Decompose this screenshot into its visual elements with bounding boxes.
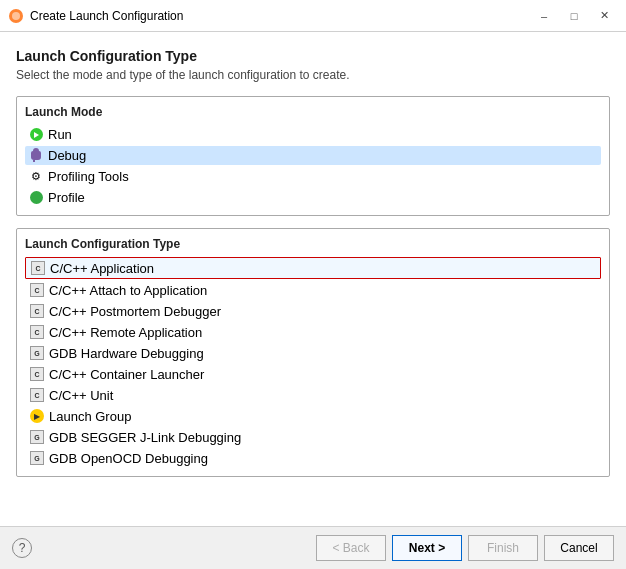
config-cpp-container-label: C/C++ Container Launcher (49, 367, 204, 382)
config-gdb-hardware-label: GDB Hardware Debugging (49, 346, 204, 361)
config-launch-group-label: Launch Group (49, 409, 131, 424)
launch-mode-profile-label: Profile (48, 190, 85, 205)
launch-mode-debug-label: Debug (48, 148, 86, 163)
finish-button[interactable]: Finish (468, 535, 538, 561)
config-cpp-app-label: C/C++ Application (50, 261, 154, 276)
config-gdb-openocd-label: GDB OpenOCD Debugging (49, 451, 208, 466)
config-cpp-attach[interactable]: C C/C++ Attach to Application (25, 280, 601, 300)
launch-mode-run[interactable]: Run (25, 125, 601, 144)
dialog-footer: ? < Back Next > Finish Cancel (0, 526, 626, 569)
launch-mode-section: Launch Mode Run Debug ⚙ Profiling Tools (16, 96, 610, 216)
eclipse-icon (8, 8, 24, 24)
cpp-postmortem-icon: C (29, 303, 45, 319)
config-cpp-app[interactable]: C C/C++ Application (25, 257, 601, 279)
title-bar: Create Launch Configuration – □ ✕ (0, 0, 626, 32)
cpp-container-icon: C (29, 366, 45, 382)
cancel-button[interactable]: Cancel (544, 535, 614, 561)
config-cpp-container[interactable]: C C/C++ Container Launcher (25, 364, 601, 384)
launch-mode-label: Launch Mode (25, 105, 601, 119)
page-subtitle: Select the mode and type of the launch c… (16, 68, 610, 82)
help-button[interactable]: ? (12, 538, 32, 558)
launch-mode-list: Run Debug ⚙ Profiling Tools Profile (25, 125, 601, 207)
gdb-segger-icon: G (29, 429, 45, 445)
config-cpp-remote-label: C/C++ Remote Application (49, 325, 202, 340)
config-gdb-segger-label: GDB SEGGER J-Link Debugging (49, 430, 241, 445)
profile-icon (29, 191, 43, 205)
config-gdb-openocd[interactable]: G GDB OpenOCD Debugging (25, 448, 601, 468)
run-icon (29, 128, 43, 142)
config-launch-group[interactable]: ▶ Launch Group (25, 406, 601, 426)
cpp-app-icon: C (30, 260, 46, 276)
page-title: Launch Configuration Type (16, 48, 610, 64)
launch-mode-profiling-tools[interactable]: ⚙ Profiling Tools (25, 167, 601, 186)
launch-group-icon: ▶ (29, 408, 45, 424)
config-cpp-remote[interactable]: C C/C++ Remote Application (25, 322, 601, 342)
dialog-body: Launch Configuration Type Select the mod… (0, 32, 626, 526)
config-cpp-unit-label: C/C++ Unit (49, 388, 113, 403)
gdb-openocd-icon: G (29, 450, 45, 466)
close-button[interactable]: ✕ (590, 5, 618, 27)
cpp-attach-icon: C (29, 282, 45, 298)
config-gdb-hardware[interactable]: G GDB Hardware Debugging (25, 343, 601, 363)
profiling-tools-icon: ⚙ (29, 170, 43, 184)
config-gdb-segger[interactable]: G GDB SEGGER J-Link Debugging (25, 427, 601, 447)
svg-point-1 (12, 12, 20, 20)
launch-mode-profiling-label: Profiling Tools (48, 169, 129, 184)
window-controls: – □ ✕ (530, 5, 618, 27)
gdb-hardware-icon: G (29, 345, 45, 361)
config-cpp-postmortem[interactable]: C C/C++ Postmortem Debugger (25, 301, 601, 321)
config-cpp-attach-label: C/C++ Attach to Application (49, 283, 207, 298)
debug-icon (29, 149, 43, 163)
back-button[interactable]: < Back (316, 535, 386, 561)
cpp-unit-icon: C (29, 387, 45, 403)
next-button[interactable]: Next > (392, 535, 462, 561)
config-type-list: C C/C++ Application C C/C++ Attach to Ap… (25, 257, 601, 468)
launch-mode-run-label: Run (48, 127, 72, 142)
dialog-title: Create Launch Configuration (30, 9, 530, 23)
maximize-button[interactable]: □ (560, 5, 588, 27)
launch-mode-profile[interactable]: Profile (25, 188, 601, 207)
launch-config-section: Launch Configuration Type C C/C++ Applic… (16, 228, 610, 477)
config-cpp-unit[interactable]: C C/C++ Unit (25, 385, 601, 405)
config-cpp-postmortem-label: C/C++ Postmortem Debugger (49, 304, 221, 319)
minimize-button[interactable]: – (530, 5, 558, 27)
launch-config-label: Launch Configuration Type (25, 237, 601, 251)
launch-mode-debug[interactable]: Debug (25, 146, 601, 165)
cpp-remote-icon: C (29, 324, 45, 340)
